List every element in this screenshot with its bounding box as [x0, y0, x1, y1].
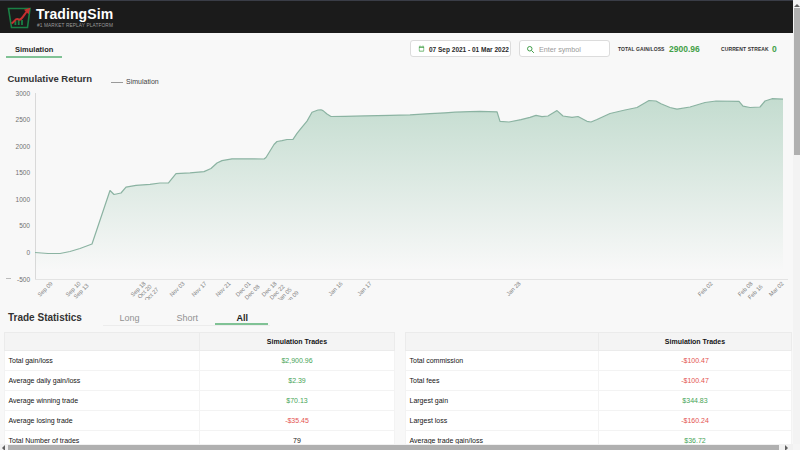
svg-text:Jan 16: Jan 16 [327, 280, 344, 297]
svg-text:Jan 28: Jan 28 [505, 280, 522, 297]
svg-text:0: 0 [26, 249, 30, 256]
svg-text:500: 500 [19, 222, 30, 229]
svg-text:Feb 02: Feb 02 [697, 280, 714, 297]
svg-text:3000: 3000 [16, 90, 31, 97]
svg-text:2500: 2500 [16, 116, 31, 123]
svg-text:1500: 1500 [16, 169, 31, 176]
svg-text:-500: -500 [17, 276, 30, 283]
svg-text:Jan 17: Jan 17 [356, 280, 373, 297]
svg-text:2000: 2000 [16, 143, 31, 150]
svg-text:Nov 17: Nov 17 [190, 280, 207, 297]
svg-text:1000: 1000 [16, 196, 31, 203]
svg-text:Nov 21: Nov 21 [214, 280, 231, 297]
svg-text:Mar 02: Mar 02 [768, 280, 785, 297]
svg-text:Sep 09: Sep 09 [36, 280, 53, 297]
svg-text:Nov 03: Nov 03 [168, 280, 185, 297]
